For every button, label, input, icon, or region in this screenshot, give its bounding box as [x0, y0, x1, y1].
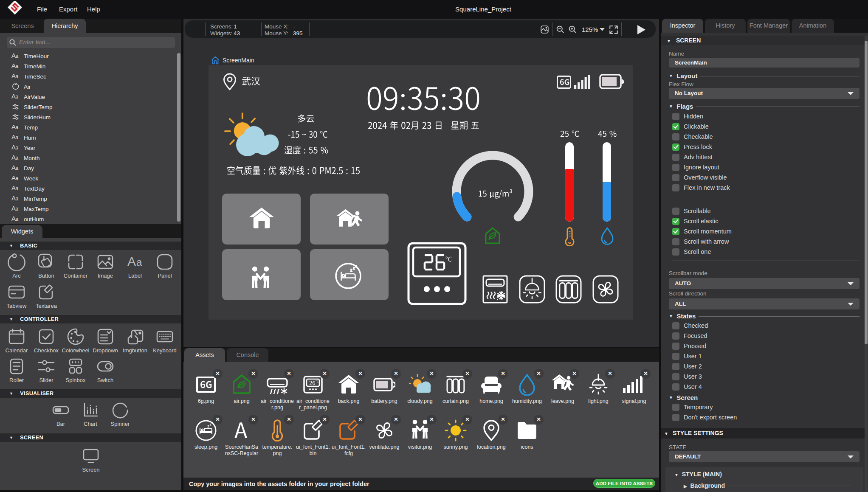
svg-text:A: A: [127, 254, 136, 268]
svg-text:a: a: [136, 256, 142, 268]
